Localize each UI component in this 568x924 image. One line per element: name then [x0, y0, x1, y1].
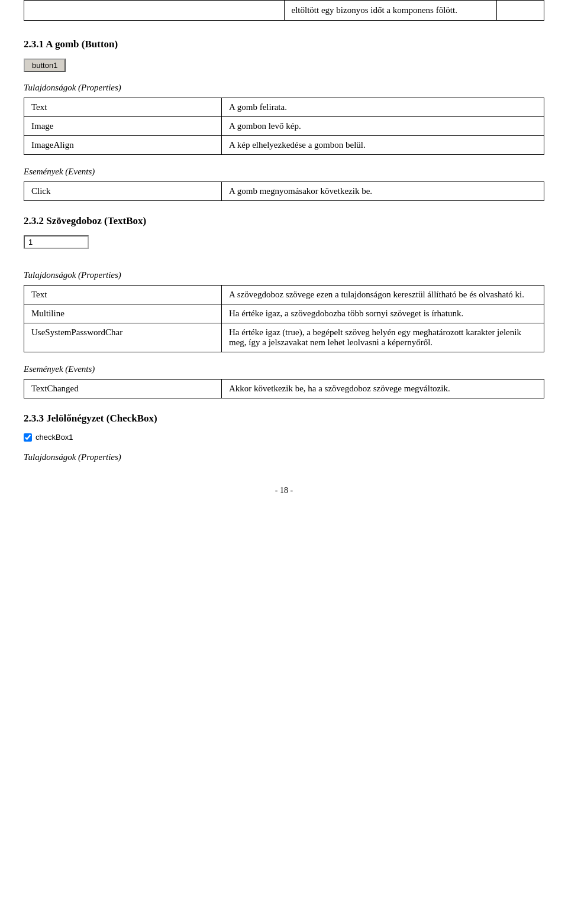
section-textbox: 2.3.2 Szövegdoboz (TextBox) 1 Tulajdonsá…	[24, 215, 544, 398]
button-properties-table: Text A gomb felirata. Image A gombon lev…	[24, 98, 544, 155]
section-checkbox: 2.3.3 Jelölőnégyzet (CheckBox) checkBox1…	[24, 413, 544, 462]
table-row: Image A gombon levő kép.	[24, 117, 544, 136]
event-desc-click: A gomb megnyomásakor következik be.	[222, 182, 544, 201]
prop-name-imagealign: ImageAlign	[24, 136, 222, 155]
event-name-click: Click	[24, 182, 222, 201]
properties-label-textbox: Tulajdonságok (Properties)	[24, 270, 544, 280]
prop-name-text: Text	[24, 98, 222, 117]
table-row: ImageAlign A kép elhelyezkedése a gombon…	[24, 136, 544, 155]
events-label-button: Események (Events)	[24, 167, 544, 177]
prop-desc-multiline: Ha értéke igaz, a szövegdobozba több sor…	[222, 304, 544, 323]
section-button-heading: 2.3.1 A gomb (Button)	[24, 38, 544, 50]
checkbox-label: checkBox1	[36, 433, 73, 442]
section-checkbox-heading: 2.3.3 Jelölőnégyzet (CheckBox)	[24, 413, 544, 424]
top-cell-content: eltöltött egy bizonyos időt a komponens …	[284, 1, 497, 21]
top-cell-right	[497, 1, 544, 21]
textbox-demo[interactable]: 1	[24, 235, 89, 249]
checkbox-demo-container: checkBox1	[24, 433, 544, 442]
prop-name-image: Image	[24, 117, 222, 136]
textbox-events-table: TextChanged Akkor következik be, ha a sz…	[24, 379, 544, 398]
section-textbox-heading: 2.3.2 Szövegdoboz (TextBox)	[24, 215, 544, 227]
table-row: UseSystemPasswordChar Ha értéke igaz (tr…	[24, 323, 544, 352]
properties-label-checkbox: Tulajdonságok (Properties)	[24, 452, 544, 462]
prop-desc-usepassword: Ha értéke igaz (true), a begépelt szöveg…	[222, 323, 544, 352]
button-demo[interactable]: button1	[24, 59, 66, 72]
event-name-textchanged: TextChanged	[24, 380, 222, 398]
checkbox-demo[interactable]	[24, 433, 32, 442]
prop-name-multiline: Multiline	[24, 304, 222, 323]
prop-name-usepassword: UseSystemPasswordChar	[24, 323, 222, 352]
top-continuation-table: eltöltött egy bizonyos időt a komponens …	[24, 0, 544, 21]
table-row: TextChanged Akkor következik be, ha a sz…	[24, 380, 544, 398]
events-label-textbox: Események (Events)	[24, 364, 544, 374]
prop-desc-image: A gombon levő kép.	[222, 117, 544, 136]
textbox-properties-table: Text A szövegdoboz szövege ezen a tulajd…	[24, 285, 544, 352]
event-desc-textchanged: Akkor következik be, ha a szövegdoboz sz…	[222, 380, 544, 398]
prop-desc-imagealign: A kép elhelyezkedése a gombon belül.	[222, 136, 544, 155]
top-cell-left	[24, 1, 285, 21]
page-number: - 18 -	[24, 486, 544, 507]
prop-desc-text: A szövegdoboz szövege ezen a tulajdonság…	[222, 286, 544, 304]
table-row: Click A gomb megnyomásakor következik be…	[24, 182, 544, 201]
prop-name-text: Text	[24, 286, 222, 304]
table-row: Multiline Ha értéke igaz, a szövegdobozb…	[24, 304, 544, 323]
table-row: Text A szövegdoboz szövege ezen a tulajd…	[24, 286, 544, 304]
table-row: Text A gomb felirata.	[24, 98, 544, 117]
properties-label-button: Tulajdonságok (Properties)	[24, 83, 544, 93]
prop-desc-text: A gomb felirata.	[222, 98, 544, 117]
section-button: 2.3.1 A gomb (Button) button1 Tulajdonsá…	[24, 38, 544, 201]
button-events-table: Click A gomb megnyomásakor következik be…	[24, 181, 544, 201]
